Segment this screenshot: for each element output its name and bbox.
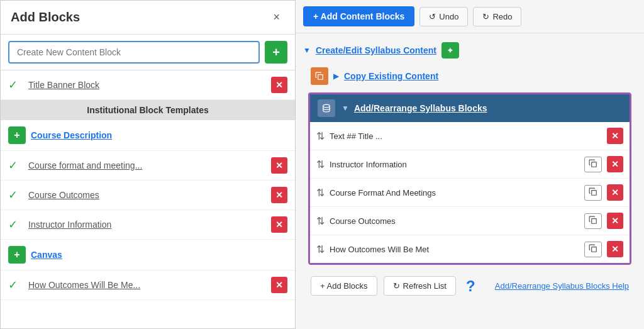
db-icon <box>322 104 331 113</box>
content-area: ▼ Create/Edit Syllabus Content ✦ ▶ Copy … <box>296 33 644 307</box>
add-blocks-panel: Add Blocks × + ✓ Title Banner Block ✕ In… <box>0 0 296 329</box>
course-description-add-button[interactable]: + <box>8 126 26 144</box>
drag-handle-icon: ⇅ <box>316 215 325 227</box>
svg-rect-3 <box>592 190 597 195</box>
copy-existing-row: ▶ Copy Existing Content <box>303 65 636 87</box>
check-icon: ✓ <box>8 188 23 202</box>
instructor-info-remove-button[interactable]: ✕ <box>607 156 623 172</box>
panel-header: Add Blocks × <box>1 1 295 35</box>
block-row: ⇅ Text ## Title ... ✕ <box>310 122 630 150</box>
toolbar: + Add Content Blocks ↺ Undo ↻ Redo <box>296 0 644 33</box>
svg-point-1 <box>323 104 330 108</box>
instructor-info-copy-button[interactable] <box>584 157 602 172</box>
instructor-info-block-label: Instructor Information <box>330 160 579 169</box>
question-mark-icon: ? <box>466 277 475 295</box>
list-item: ✓ Instructor Information ✕ <box>1 210 295 240</box>
create-edit-link[interactable]: Create/Edit Syllabus Content <box>316 45 436 55</box>
drag-handle-icon: ⇅ <box>316 159 325 170</box>
block-row: ⇅ Course Outcomes ✕ <box>310 207 630 235</box>
list-item: ✓ How Outcomes Will Be Me... ✕ <box>1 270 295 300</box>
db-icon-box <box>318 99 335 117</box>
course-format-block-label: Course Format And Meetings <box>330 188 579 198</box>
search-input[interactable] <box>8 41 260 64</box>
check-icon: ✓ <box>8 278 23 292</box>
expand-syllabus-icon: ▼ <box>341 104 349 113</box>
copy-icon <box>589 244 597 253</box>
add-content-blocks-button[interactable]: + Add Content Blocks <box>303 6 414 26</box>
list-item: ✓ Course Outcomes ✕ <box>1 181 295 210</box>
course-format-copy-button[interactable] <box>584 185 602 201</box>
instructor-info-label: Instructor Information <box>28 220 266 230</box>
course-format-label: Course format and meeting... <box>28 160 266 170</box>
copy-icon-box <box>311 67 328 85</box>
title-banner-item: ✓ Title Banner Block ✕ <box>1 70 295 100</box>
check-icon: ✓ <box>8 218 23 231</box>
panel-title: Add Blocks <box>11 10 80 25</box>
copy-icon <box>589 187 597 196</box>
check-icon: ✓ <box>8 78 23 92</box>
copy-icon <box>589 216 597 225</box>
refresh-list-label: Refresh List <box>403 281 447 291</box>
syllabus-blocks-section: ▼ Add/Rearrange Syllabus Blocks ⇅ Text #… <box>308 92 631 265</box>
course-description-label: Course Description <box>31 130 287 140</box>
undo-button[interactable]: ↺ Undo <box>419 7 468 26</box>
drag-handle-icon: ⇅ <box>316 187 325 199</box>
how-outcomes-remove-button[interactable]: ✕ <box>607 241 623 257</box>
block-row: ⇅ Instructor Information ✕ <box>310 150 630 179</box>
redo-button[interactable]: ↻ Redo <box>473 7 521 26</box>
course-format-remove-button[interactable]: ✕ <box>607 184 623 201</box>
canvas-label: Canvas <box>31 250 287 260</box>
how-outcomes-remove-button[interactable]: ✕ <box>271 277 287 293</box>
undo-label: Undo <box>439 12 458 21</box>
search-row: + <box>1 35 295 70</box>
block-row: ⇅ Course Format And Meetings ✕ <box>310 179 630 207</box>
title-banner-remove-button[interactable]: ✕ <box>271 77 287 93</box>
expand-copy-icon: ▶ <box>333 72 339 81</box>
institutional-section-header: Institutional Block Templates <box>1 100 295 120</box>
block-row: ⇅ How Outcomes Will Be Met ✕ <box>310 235 630 263</box>
svg-rect-4 <box>592 218 597 223</box>
copy-icon <box>589 159 597 168</box>
close-button[interactable]: × <box>268 8 285 26</box>
how-outcomes-label: How Outcomes Will Be Me... <box>28 280 266 290</box>
magic-wand-button[interactable]: ✦ <box>441 42 459 59</box>
refresh-icon: ↻ <box>393 281 400 291</box>
check-icon: ✓ <box>8 159 23 172</box>
syllabus-blocks-header: ▼ Add/Rearrange Syllabus Blocks <box>310 94 630 122</box>
refresh-list-button[interactable]: ↻ Refresh List <box>384 276 456 296</box>
add-blocks-button[interactable]: + Add Blocks <box>311 276 377 296</box>
create-edit-section-row: ▼ Create/Edit Syllabus Content ✦ <box>303 38 636 62</box>
help-link[interactable]: Add/Rearrange Syllabus Blocks Help <box>495 281 629 291</box>
redo-icon: ↻ <box>482 12 489 21</box>
canvas-add-button[interactable]: + <box>8 246 26 264</box>
course-outcomes-label: Course Outcomes <box>28 190 266 200</box>
list-item: + Canvas <box>1 240 295 270</box>
how-outcomes-copy-button[interactable] <box>584 242 602 257</box>
drag-handle-icon: ⇅ <box>316 243 325 255</box>
svg-rect-5 <box>592 247 597 252</box>
list-item: ✓ Course format and meeting... ✕ <box>1 151 295 181</box>
how-outcomes-block-label: How Outcomes Will Be Met <box>330 245 579 254</box>
right-panel: + Add Content Blocks ↺ Undo ↻ Redo ▼ Cre… <box>296 0 644 329</box>
redo-label: Redo <box>492 12 512 21</box>
drag-handle-icon: ⇅ <box>316 130 325 142</box>
create-new-block-button[interactable]: + <box>265 41 287 64</box>
undo-icon: ↺ <box>429 12 436 21</box>
copy-icon <box>315 72 324 81</box>
text-title-remove-button[interactable]: ✕ <box>607 128 623 144</box>
svg-rect-0 <box>318 75 323 80</box>
text-title-label: Text ## Title ... <box>330 131 602 141</box>
course-outcomes-remove-button[interactable]: ✕ <box>607 213 623 229</box>
course-outcomes-block-label: Course Outcomes <box>330 216 579 226</box>
course-format-remove-button[interactable]: ✕ <box>271 157 287 174</box>
expand-icon: ▼ <box>303 46 311 55</box>
course-outcomes-copy-button[interactable] <box>584 213 602 229</box>
syllabus-blocks-link[interactable]: Add/Rearrange Syllabus Blocks <box>354 103 487 113</box>
title-banner-label: Title Banner Block <box>28 80 266 90</box>
course-outcomes-remove-button[interactable]: ✕ <box>271 187 287 203</box>
copy-existing-link[interactable]: Copy Existing Content <box>344 71 438 81</box>
instructor-info-remove-button[interactable]: ✕ <box>271 216 287 233</box>
list-item: + Course Description <box>1 120 295 151</box>
svg-rect-2 <box>592 162 597 167</box>
bottom-bar: + Add Blocks ↻ Refresh List ? Add/Rearra… <box>303 270 636 302</box>
